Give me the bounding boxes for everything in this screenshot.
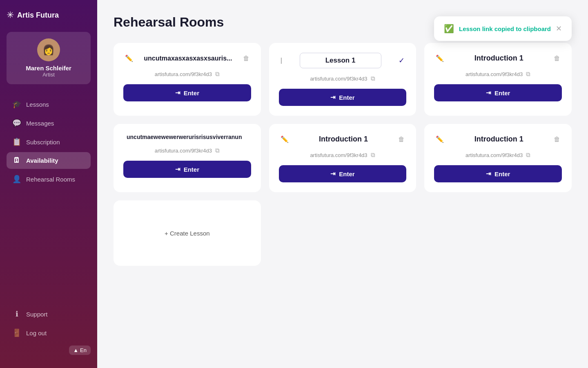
sidebar-item-label-logout: Log out (26, 330, 47, 337)
card-link-row-5: artisfutura.com/9f3kr4d3 ⧉ (310, 151, 375, 159)
enter-icon-5: ⇥ (330, 170, 336, 177)
sidebar-item-label-subscription: Subscription (26, 139, 60, 146)
room-card-1: ✏️ uncutmaxasxasxasxsauris... 🗑 artisfut… (114, 43, 261, 116)
language-selector[interactable]: ▲ En (69, 346, 91, 355)
app-name: Artis Futura (17, 11, 59, 20)
sidebar: ✳ Artis Futura 👩 Maren Schleifer Artist … (0, 0, 97, 368)
enter-button-6[interactable]: ⇥ Enter (434, 165, 562, 182)
enter-icon-1: ⇥ (175, 89, 180, 96)
sidebar-item-subscription[interactable]: 📋 Subscription (7, 133, 91, 150)
card-title-area-5: Introduction 1 (290, 135, 397, 144)
enter-label-1: Enter (184, 90, 199, 96)
toast-success-icon: ✅ (444, 24, 454, 34)
user-role: Artist (42, 72, 55, 78)
copy-link-button-4[interactable]: ⧉ (215, 147, 220, 154)
card-link-text-2: artisfutura.com/9f3kr4d3 (310, 76, 367, 82)
room-card-3: ✏️ Introduction 1 🗑 artisfutura.com/9f3k… (424, 43, 572, 116)
confirm-button-2[interactable]: ✓ (397, 54, 406, 67)
enter-button-4[interactable]: ⇥ Enter (123, 161, 251, 178)
card-header-4: uncutmaewewewerwerurisrisusviverranun (123, 134, 251, 140)
edit-button-3[interactable]: ✏️ (434, 53, 445, 64)
sidebar-item-label-lessons: Lessons (26, 101, 49, 108)
edit-button-5[interactable]: ✏️ (279, 134, 290, 145)
toast-close-button[interactable]: ✕ (556, 24, 562, 33)
lang-label: En (80, 347, 87, 353)
card-header-3: ✏️ Introduction 1 🗑 (434, 53, 562, 64)
card-title-input-2[interactable] (300, 53, 381, 68)
sidebar-item-lessons[interactable]: 🎓 Lessons (7, 96, 91, 113)
enter-button-1[interactable]: ⇥ Enter (123, 84, 251, 101)
enter-button-2[interactable]: ⇥ Enter (279, 89, 407, 106)
main-content: Rehearsal Rooms ✏️ uncutmaxasxasxasxsaur… (97, 0, 588, 368)
card-link-row-4: artisfutura.com/9f3kr4d3 ⧉ (155, 147, 220, 154)
availability-icon: 🗓 (12, 156, 21, 165)
enter-button-3[interactable]: ⇥ Enter (434, 84, 562, 101)
sidebar-item-logout[interactable]: 🚪 Log out (7, 324, 91, 341)
delete-button-1[interactable]: 🗑 (241, 53, 251, 64)
enter-label-5: Enter (339, 171, 354, 177)
cursor-icon-2: | (279, 55, 284, 66)
card-title-area-3: Introduction 1 (445, 54, 552, 63)
card-title-area-6: Introduction 1 (445, 135, 552, 144)
app-logo: ✳ Artis Futura (7, 10, 91, 20)
nav-menu: 🎓 Lessons 💬 Messages 📋 Subscription 🗓 Av… (7, 96, 91, 305)
room-card-6: ✏️ Introduction 1 🗑 artisfutura.com/9f3k… (424, 124, 572, 192)
sidebar-item-support[interactable]: ℹ Support (7, 305, 91, 323)
enter-icon-2: ⇥ (330, 94, 336, 101)
copy-link-button-3[interactable]: ⧉ (526, 70, 530, 78)
sidebar-item-rehearsal-rooms[interactable]: 👤 Rehearsal Rooms (7, 171, 91, 188)
create-lesson-label: + Create Lesson (165, 230, 210, 237)
card-link-text-4: artisfutura.com/9f3kr4d3 (155, 148, 212, 154)
sidebar-bottom: ℹ Support 🚪 Log out ▲ En (7, 305, 91, 358)
card-title-area-1: uncutmaxasxasxasxsauris... (135, 55, 241, 62)
logout-icon: 🚪 (12, 328, 21, 337)
edit-button-1[interactable]: ✏️ (123, 53, 135, 64)
card-title-area-4: uncutmaewewewerwerurisrisusviverranun (123, 134, 251, 140)
sidebar-item-availability[interactable]: 🗓 Availability (7, 152, 91, 169)
enter-button-5[interactable]: ⇥ Enter (279, 165, 407, 182)
chevron-up-icon: ▲ (73, 347, 78, 353)
lessons-icon: 🎓 (12, 100, 21, 109)
room-card-4: uncutmaewewewerwerurisrisusviverranun ar… (114, 124, 261, 192)
sidebar-item-label-availability: Availability (26, 157, 58, 164)
sidebar-item-messages[interactable]: 💬 Messages (7, 114, 91, 132)
card-title-6: Introduction 1 (474, 135, 523, 144)
enter-label-3: Enter (494, 90, 510, 96)
card-link-text-6: artisfutura.com/9f3kr4d3 (466, 152, 523, 158)
toast-message: Lesson link copied to clipboard (459, 25, 551, 32)
sidebar-item-label-support: Support (26, 311, 48, 318)
card-header-5: ✏️ Introduction 1 🗑 (279, 134, 407, 145)
delete-button-3[interactable]: 🗑 (552, 53, 562, 64)
delete-button-6[interactable]: 🗑 (552, 134, 562, 145)
card-header-1: ✏️ uncutmaxasxasxasxsauris... 🗑 (123, 53, 251, 64)
rehearsal-rooms-icon: 👤 (12, 175, 21, 184)
copy-link-button-2[interactable]: ⧉ (371, 75, 375, 82)
enter-icon-4: ⇥ (175, 166, 180, 173)
create-lesson-card[interactable]: + Create Lesson (114, 200, 261, 266)
card-link-row-2: artisfutura.com/9f3kr4d3 ⧉ (310, 75, 375, 82)
card-header-2: | ✓ (279, 53, 407, 68)
card-link-row-1: artisfutura.com/9f3kr4d3 ⧉ (155, 70, 220, 78)
enter-label-4: Enter (184, 166, 199, 173)
room-card-5: ✏️ Introduction 1 🗑 artisfutura.com/9f3k… (269, 124, 416, 192)
copy-link-button-1[interactable]: ⧉ (215, 70, 220, 78)
copy-link-button-5[interactable]: ⧉ (371, 151, 375, 159)
cards-grid: ✏️ uncutmaxasxasxasxsauris... 🗑 artisfut… (114, 43, 572, 266)
card-link-text-1: artisfutura.com/9f3kr4d3 (155, 71, 212, 77)
copy-link-button-6[interactable]: ⧉ (526, 151, 530, 159)
subscription-icon: 📋 (12, 137, 21, 146)
messages-icon: 💬 (12, 119, 21, 128)
card-link-row-3: artisfutura.com/9f3kr4d3 ⧉ (466, 70, 530, 78)
card-title-4: uncutmaewewewerwerurisrisusviverranun (123, 134, 245, 140)
enter-label-6: Enter (494, 171, 510, 177)
sidebar-item-label-messages: Messages (26, 120, 54, 127)
card-title-3: Introduction 1 (474, 54, 523, 63)
edit-button-6[interactable]: ✏️ (434, 134, 445, 145)
room-card-2: | ✓ artisfutura.com/9f3kr4d3 ⧉ ⇥ Enter (269, 43, 416, 116)
delete-button-5[interactable]: 🗑 (396, 134, 406, 145)
card-title-5: Introduction 1 (319, 135, 368, 144)
enter-label-2: Enter (339, 94, 354, 101)
toast-notification: ✅ Lesson link copied to clipboard ✕ (434, 16, 572, 41)
avatar: 👩 (37, 38, 60, 61)
logo-icon: ✳ (7, 10, 14, 20)
